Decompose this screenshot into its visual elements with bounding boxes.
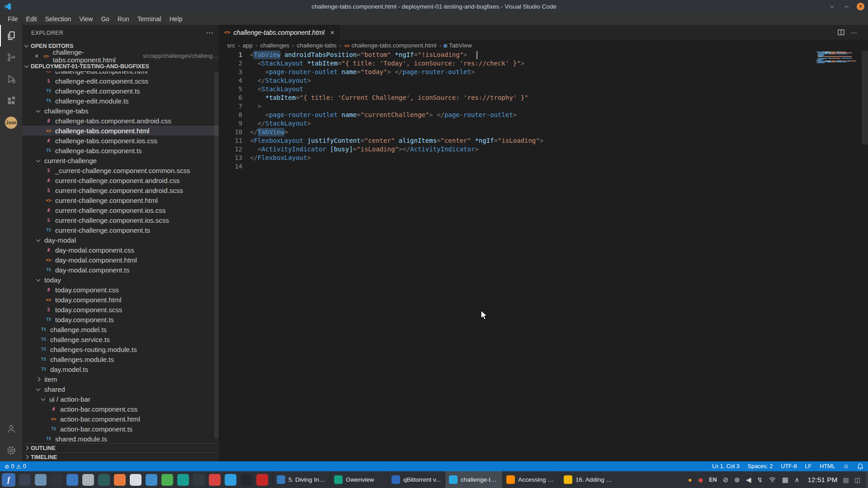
tree-file-challenge.service.ts[interactable]: TSchallenge.service.ts <box>22 334 219 344</box>
close-editor-icon[interactable]: × <box>35 52 40 60</box>
tree-file-challenge-tabs.component.html[interactable]: <>challenge-tabs.component.html <box>22 126 219 136</box>
status-utf-8[interactable]: UTF-8 <box>781 463 797 469</box>
split-editor-icon[interactable] <box>838 29 844 35</box>
updates-icon[interactable]: ⊕ <box>734 476 740 484</box>
tree-folder-day-modal[interactable]: day-modal <box>22 235 219 245</box>
menu-item-selection[interactable]: Selection <box>41 14 75 24</box>
menu-item-run[interactable]: Run <box>113 14 133 24</box>
minimize-button[interactable] <box>828 2 836 10</box>
breadcrumb-item-challenge-tabs[interactable]: challenge-tabs <box>297 42 337 49</box>
pinned-app-icon-12[interactable] <box>193 474 205 486</box>
pinned-app-icon-8[interactable] <box>130 474 142 486</box>
status-spaces-2[interactable]: Spaces: 2 <box>748 463 773 469</box>
status-lf[interactable]: LF <box>805 463 812 469</box>
accounts-icon[interactable] <box>0 418 22 440</box>
application-launcher-icon[interactable]: f <box>2 473 15 487</box>
tree-file-action-bar.component.ts[interactable]: TSaction-bar.component.ts <box>22 424 219 434</box>
pinned-app-icon-14[interactable] <box>225 474 236 486</box>
notifications-bell-icon[interactable] <box>857 463 863 470</box>
volume-icon[interactable]: ◀ <box>746 476 751 484</box>
tree-file-current-challenge.component.ts[interactable]: TScurrent-challenge.component.ts <box>22 225 219 235</box>
open-editor-item[interactable]: × <> challenge-tabs.component.html src/a… <box>22 51 219 61</box>
pinned-app-icon-16[interactable] <box>256 474 268 486</box>
tree-file-challenge-tabs.component.ts[interactable]: TSchallenge-tabs.component.ts <box>22 145 219 155</box>
keyboard-layout-indicator[interactable]: EN <box>709 477 717 483</box>
tree-file-current-challenge.component.android.css[interactable]: #current-challenge.component.android.css <box>22 175 219 185</box>
settings-gear-icon[interactable] <box>0 440 22 461</box>
source-control-icon[interactable] <box>0 47 22 68</box>
tree-file--current-challenge.component.common.scss[interactable]: S_current-challenge.component.common.scs… <box>22 165 219 175</box>
breadcrumb-item-challenges[interactable]: challenges <box>260 42 290 49</box>
tree-file-challenge-edit.module.ts[interactable]: TSchallenge-edit.module.ts <box>22 96 219 106</box>
tree-file-day-modal.component.html[interactable]: <>day-modal.component.html <box>22 255 219 265</box>
minimap[interactable] <box>816 52 862 64</box>
outline-section-header[interactable]: OUTLINE <box>22 443 219 452</box>
expand-tray-icon[interactable]: ∧ <box>794 476 799 484</box>
pinned-app-icon-2[interactable] <box>35 474 47 486</box>
task-button-16-adding-th-[interactable]: 16. Adding th... <box>560 471 617 488</box>
tree-file-day-modal.component.ts[interactable]: TSday-modal.component.ts <box>22 265 219 275</box>
pinned-app-icon-1[interactable] <box>19 474 31 486</box>
menu-item-terminal[interactable]: Terminal <box>133 14 165 24</box>
menu-item-edit[interactable]: Edit <box>22 14 41 24</box>
run-and-debug-icon[interactable] <box>0 68 22 90</box>
tab-challenge-tabs-component-html[interactable]: <> challenge-tabs.component.html × <box>219 25 340 40</box>
tree-file-shared.module.ts[interactable]: TSshared.module.ts <box>22 434 219 443</box>
tree-file-day.model.ts[interactable]: TSday.model.ts <box>22 364 219 374</box>
show-desktop-button[interactable] <box>865 471 868 488</box>
menu-item-go[interactable]: Go <box>97 14 113 24</box>
tree-file-challenge-tabs.component.ios.css[interactable]: #challenge-tabs.component.ios.css <box>22 136 219 145</box>
breadcrumb-item-src[interactable]: src <box>227 42 235 49</box>
breadcrumb-item-challenge-tabs.component.html[interactable]: <>challenge-tabs.component.html <box>344 42 436 49</box>
tray-app-red-icon[interactable]: ◆ <box>698 476 703 484</box>
menu-item-view[interactable]: View <box>75 14 97 24</box>
task-button-gwenview[interactable]: Gwenview <box>330 471 387 488</box>
menu-item-file[interactable]: File <box>4 14 22 24</box>
pinned-app-icon-5[interactable] <box>82 474 94 486</box>
tray-app-orange-icon[interactable]: ● <box>688 476 692 483</box>
tree-file-challenge-tabs.component.android.css[interactable]: #challenge-tabs.component.android.css <box>22 116 219 126</box>
maximize-button[interactable] <box>842 2 850 10</box>
network-icon[interactable] <box>769 476 776 483</box>
panel-icon[interactable]: ◫ <box>854 476 860 483</box>
tree-file-action-bar.component.css[interactable]: #action-bar.component.css <box>22 404 219 414</box>
clipboard-icon[interactable]: ▤ <box>843 476 849 483</box>
tree-file-today.component.html[interactable]: <>today.component.html <box>22 295 219 305</box>
menu-item-help[interactable]: Help <box>165 14 187 24</box>
tree-file-current-challenge.component.android.scss[interactable]: Scurrent-challenge.component.android.scs… <box>22 185 219 195</box>
pinned-app-icon-9[interactable] <box>146 474 157 486</box>
editor-more-actions-icon[interactable]: ⋯ <box>851 29 857 36</box>
explorer-icon[interactable] <box>0 25 22 47</box>
explorer-more-actions-icon[interactable]: ⋯ <box>206 28 213 37</box>
status-ln-1-col-3[interactable]: Ln 1, Col 3 <box>712 463 739 469</box>
code-editor[interactable]: 1<TabView androidTabsPosition="bottom" *… <box>219 51 868 461</box>
pinned-app-icon-10[interactable] <box>161 474 173 486</box>
pinned-app-icon-4[interactable] <box>66 474 78 486</box>
tree-file-current-challenge.component.ios.css[interactable]: #current-challenge.component.ios.css <box>22 205 219 215</box>
timeline-section-header[interactable]: TIMELINE <box>22 452 219 461</box>
power-icon[interactable]: ↯ <box>757 476 763 484</box>
tree-folder-challenge-tabs[interactable]: challenge-tabs <box>22 106 219 116</box>
sidebar-scrollbar[interactable] <box>214 72 218 439</box>
task-button-qbittorrent-v-[interactable]: qBittorrent v... <box>387 471 445 488</box>
task-button-5-diving-into-[interactable]: 5. Diving Into... <box>273 471 330 488</box>
tree-file-challenges.module.ts[interactable]: TSchallenges.module.ts <box>22 354 219 364</box>
tree-file-today.component.scss[interactable]: Stoday.component.scss <box>22 305 219 314</box>
pinned-app-icon-7[interactable] <box>114 474 126 486</box>
pinned-app-icon-13[interactable] <box>209 474 221 486</box>
problems-indicator[interactable]: ⊘0 ⚠0 <box>5 463 26 470</box>
tree-folder-today[interactable]: today <box>22 275 219 285</box>
tree-file-action-bar.component.html[interactable]: <>action-bar.component.html <box>22 414 219 424</box>
virtual-keyboard-icon[interactable]: ▦ <box>782 476 788 484</box>
breadcrumb-item-TabView[interactable]: ⊞TabView <box>444 42 472 49</box>
pinned-app-icon-3[interactable] <box>51 474 62 486</box>
status-html[interactable]: HTML <box>820 463 835 469</box>
clock[interactable]: 12:51 PM <box>807 476 837 484</box>
tree-file-challenge-edit.component.scss[interactable]: Schallenge-edit.component.scss <box>22 76 219 86</box>
tree-file-challenge-edit.component.html[interactable]: <>challenge-edit.component.html <box>22 71 219 76</box>
pinned-app-icon-6[interactable] <box>98 474 110 486</box>
pinned-app-icon-15[interactable] <box>241 474 252 486</box>
pinned-app-icon-11[interactable] <box>177 474 189 486</box>
tree-file-challenges-routing.module.ts[interactable]: TSchallenges-routing.module.ts <box>22 344 219 354</box>
tab-close-icon[interactable]: × <box>330 28 335 36</box>
